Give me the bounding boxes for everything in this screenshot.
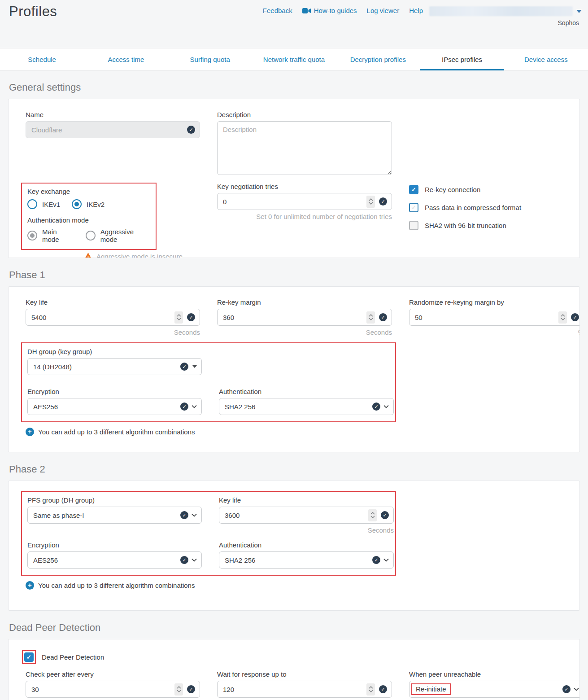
key-negotiation-value[interactable]: [223, 198, 366, 206]
name-input[interactable]: ✓: [26, 121, 200, 138]
account-selector-redacted-text: [429, 6, 573, 16]
key-life-label: Key life: [219, 496, 394, 504]
tab-surfing-quota[interactable]: Surfing quota: [168, 48, 252, 70]
caret-down-icon[interactable]: [192, 365, 197, 368]
dpd-heading: Dead Peer Detection: [0, 611, 588, 639]
checkbox-icon[interactable]: ✓: [409, 203, 418, 212]
tab-device-access[interactable]: Device access: [504, 48, 588, 70]
tab-ipsec-profiles[interactable]: IPsec profiles: [420, 48, 504, 70]
phase1-key-life-field: Key life ✓ Seconds: [26, 298, 200, 336]
rekey-margin-input[interactable]: ✓: [217, 309, 392, 326]
video-camera-icon: [302, 8, 311, 13]
encryption-select[interactable]: AES256 ✓: [27, 551, 202, 569]
sha2-truncation-option[interactable]: ✓ SHA2 with 96-bit truncation: [409, 221, 580, 230]
help-link[interactable]: Help: [409, 7, 423, 14]
tab-decryption-profiles[interactable]: Decryption profiles: [336, 48, 420, 70]
chevron-down-icon[interactable]: [192, 405, 197, 408]
plus-circle-icon[interactable]: +: [26, 581, 34, 590]
number-stepper[interactable]: [558, 311, 567, 324]
description-textarea[interactable]: [217, 121, 392, 175]
check-peer-label: Check peer after every: [26, 670, 200, 678]
chevron-down-icon[interactable]: [574, 687, 579, 691]
encryption-select[interactable]: AES256 ✓: [27, 398, 202, 415]
howto-guides-link[interactable]: How-to guides: [302, 7, 357, 14]
key-negotiation-hint: Set 0 for unlimited number of negotiatio…: [217, 213, 392, 220]
randomize-margin-value[interactable]: [415, 314, 558, 321]
phase1-add-note: You can add up to 3 different algorithm …: [38, 428, 195, 436]
valid-check-icon: ✓: [379, 313, 387, 321]
checkbox-icon[interactable]: ✓: [409, 185, 418, 194]
phase2-add-combination[interactable]: + You can add up to 3 different algorith…: [26, 581, 567, 590]
number-stepper[interactable]: [174, 311, 183, 324]
rekey-margin-value[interactable]: [223, 314, 366, 321]
number-stepper[interactable]: [366, 196, 375, 208]
key-life-input[interactable]: ✓: [26, 309, 200, 326]
key-life-input[interactable]: ✓: [219, 507, 394, 524]
radio-icon[interactable]: [72, 199, 82, 209]
phase1-add-combination[interactable]: + You can add up to 3 different algorith…: [26, 428, 567, 436]
pfs-group-label: PFS group (DH group): [27, 496, 202, 504]
key-life-value[interactable]: [31, 314, 174, 321]
tab-network-traffic-quota[interactable]: Network traffic quota: [252, 48, 336, 70]
chevron-down-icon[interactable]: [383, 558, 389, 562]
chevron-down-icon[interactable]: [192, 513, 197, 517]
tab-access-time[interactable]: Access time: [84, 48, 168, 70]
randomize-margin-input[interactable]: ✓: [409, 309, 580, 326]
radio-ikev1[interactable]: IKEv1: [27, 199, 60, 209]
check-peer-input[interactable]: ✓: [26, 681, 200, 698]
pfs-group-value: Same as phase-I: [33, 512, 180, 519]
key-negotiation-field: Key negotiation tries ✓ Set 0 for unlimi…: [217, 183, 392, 258]
feedback-link[interactable]: Feedback: [263, 7, 292, 14]
phase2-heading: Phase 2: [0, 452, 588, 481]
radio-ikev2-label: IKEv2: [87, 201, 105, 208]
when-unreachable-select[interactable]: Re-initiate ✓: [409, 681, 580, 698]
valid-check-icon: ✓: [180, 511, 188, 519]
pfs-group-select[interactable]: Same as phase-I ✓: [27, 507, 202, 524]
key-negotiation-input[interactable]: ✓: [217, 193, 392, 210]
dh-group-select[interactable]: 14 (DH2048) ✓: [27, 358, 202, 375]
number-stepper[interactable]: [366, 311, 375, 324]
radio-icon[interactable]: [27, 231, 37, 241]
rekey-connection-option[interactable]: ✓ Re-key connection: [409, 185, 580, 194]
dpd-enable-checkbox[interactable]: ✓: [24, 652, 34, 662]
authentication-select[interactable]: SHA2 256 ✓: [219, 398, 394, 415]
key-life-label: Key life: [26, 298, 200, 306]
radio-main-mode[interactable]: Main mode: [27, 228, 74, 243]
phase2-add-note: You can add up to 3 different algorithm …: [38, 582, 195, 589]
account-selector[interactable]: [429, 5, 582, 17]
radio-aggressive-mode[interactable]: Aggressive mode: [86, 228, 150, 243]
tab-schedule[interactable]: Schedule: [0, 48, 84, 70]
warning-icon: !: [84, 253, 92, 258]
chevron-down-icon[interactable]: [192, 558, 197, 562]
when-unreachable-value: Re-initiate: [416, 685, 446, 693]
radio-main-mode-label: Main mode: [42, 228, 74, 243]
log-viewer-link[interactable]: Log viewer: [367, 7, 400, 14]
number-stepper[interactable]: [368, 509, 377, 521]
chevron-down-icon[interactable]: [383, 405, 389, 408]
valid-check-icon: ✓: [379, 685, 387, 693]
checkbox-icon[interactable]: ✓: [409, 221, 418, 230]
number-stepper[interactable]: [174, 683, 183, 696]
check-peer-value[interactable]: [31, 686, 174, 693]
plus-circle-icon[interactable]: +: [26, 428, 34, 436]
key-life-hint: Seconds: [26, 328, 200, 336]
radio-ikev1-label: IKEv1: [42, 201, 60, 208]
key-life-value[interactable]: [225, 512, 368, 519]
wait-response-value[interactable]: [223, 686, 366, 693]
compressed-format-option[interactable]: ✓ Pass data in compressed format: [409, 203, 580, 212]
radio-icon[interactable]: [86, 231, 96, 241]
caret-down-icon: [576, 10, 582, 13]
phase2-key-life-field: Key life ✓ Seconds: [219, 496, 394, 534]
sha2-truncation-label: SHA2 with 96-bit truncation: [425, 222, 506, 229]
rekey-margin-label: Re-key margin: [217, 298, 392, 306]
radio-ikev2[interactable]: IKEv2: [72, 199, 105, 209]
authentication-select[interactable]: SHA2 256 ✓: [219, 551, 394, 569]
phase1-authentication-field: Authentication SHA2 256 ✓: [219, 388, 394, 415]
wait-response-input[interactable]: ✓: [217, 681, 392, 698]
name-label: Name: [26, 111, 200, 118]
radio-icon[interactable]: [27, 199, 37, 209]
valid-check-icon: ✓: [381, 511, 389, 519]
chevron-up-icon: [370, 512, 375, 515]
number-stepper[interactable]: [366, 683, 375, 696]
auth-mode-label: Authentication mode: [27, 216, 150, 224]
